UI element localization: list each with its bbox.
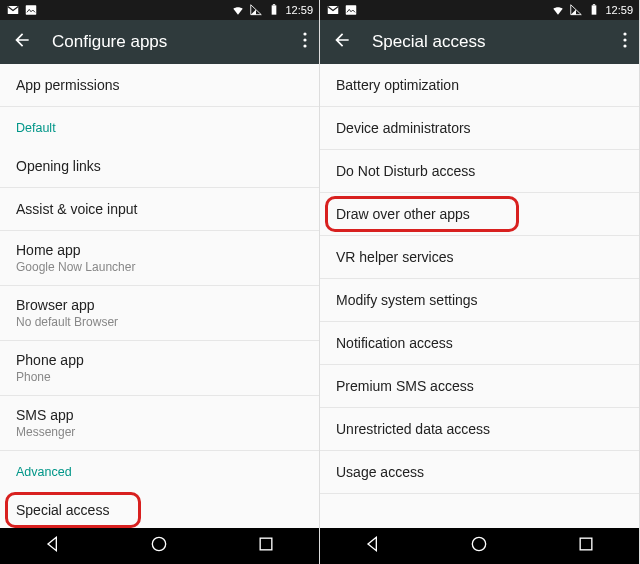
svg-point-5 bbox=[303, 38, 306, 41]
list-item-label: Modify system settings bbox=[336, 292, 623, 308]
svg-point-7 bbox=[153, 537, 166, 550]
status-bar: 12:59 bbox=[320, 0, 639, 20]
nav-recents-icon[interactable] bbox=[576, 534, 596, 558]
nav-home-icon[interactable] bbox=[469, 534, 489, 558]
signal-icon bbox=[249, 3, 263, 17]
list-item-label: Notification access bbox=[336, 335, 623, 351]
status-right: 12:59 bbox=[231, 3, 313, 17]
list-item-sub: No default Browser bbox=[16, 315, 303, 329]
svg-point-14 bbox=[623, 38, 626, 41]
battery-icon bbox=[267, 3, 281, 17]
app-bar: Special access bbox=[320, 20, 639, 64]
clock-text: 12:59 bbox=[285, 4, 313, 16]
wifi-icon bbox=[551, 3, 565, 17]
list-item-label: Opening links bbox=[16, 158, 303, 174]
list-item-label: Home app bbox=[16, 242, 303, 258]
list-item-label: Battery optimization bbox=[336, 77, 623, 93]
list-item-sub: Phone bbox=[16, 370, 303, 384]
list-item-draw-over-apps[interactable]: Draw over other apps bbox=[320, 193, 639, 236]
nav-home-icon[interactable] bbox=[149, 534, 169, 558]
list-item-label: App permissions bbox=[16, 77, 303, 93]
app-bar-title: Configure apps bbox=[52, 32, 167, 52]
list-item[interactable]: Battery optimization bbox=[320, 64, 639, 107]
battery-icon bbox=[587, 3, 601, 17]
nav-bar bbox=[0, 528, 319, 564]
svg-rect-8 bbox=[260, 538, 272, 550]
list-item-label: Do Not Disturb access bbox=[336, 163, 623, 179]
list-item[interactable]: Home appGoogle Now Launcher bbox=[0, 231, 319, 286]
list-item[interactable]: Opening links bbox=[0, 145, 319, 188]
nav-back-icon[interactable] bbox=[363, 534, 383, 558]
overflow-icon[interactable] bbox=[303, 32, 307, 52]
nav-recents-icon[interactable] bbox=[256, 534, 276, 558]
app-bar: Configure apps bbox=[0, 20, 319, 64]
status-left bbox=[6, 3, 38, 17]
nav-back-icon[interactable] bbox=[43, 534, 63, 558]
screen-configure-apps: 12:59 Configure apps App permissions Def… bbox=[0, 0, 320, 564]
nav-bar bbox=[320, 528, 639, 564]
list-item[interactable]: Browser appNo default Browser bbox=[0, 286, 319, 341]
list-item-label: VR helper services bbox=[336, 249, 623, 265]
image-icon bbox=[344, 3, 358, 17]
settings-list[interactable]: App permissions Default Opening links As… bbox=[0, 64, 319, 528]
list-item[interactable]: Device administrators bbox=[320, 107, 639, 150]
list-item-sub: Messenger bbox=[16, 425, 303, 439]
list-item[interactable]: Phone appPhone bbox=[0, 341, 319, 396]
image-icon bbox=[24, 3, 38, 17]
svg-point-16 bbox=[473, 537, 486, 550]
list-item-label: Unrestricted data access bbox=[336, 421, 623, 437]
signal-icon bbox=[569, 3, 583, 17]
svg-rect-10 bbox=[346, 5, 357, 14]
back-icon[interactable] bbox=[332, 30, 352, 54]
list-item[interactable]: Do Not Disturb access bbox=[320, 150, 639, 193]
list-item[interactable]: Assist & voice input bbox=[0, 188, 319, 231]
svg-rect-17 bbox=[580, 538, 592, 550]
list-item[interactable]: App permissions bbox=[0, 64, 319, 107]
svg-rect-3 bbox=[273, 4, 275, 5]
svg-point-6 bbox=[303, 44, 306, 47]
list-item-label: Browser app bbox=[16, 297, 303, 313]
list-item[interactable]: Unrestricted data access bbox=[320, 408, 639, 451]
gmail-icon bbox=[326, 3, 340, 17]
list-item-label: Device administrators bbox=[336, 120, 623, 136]
list-item-label: Assist & voice input bbox=[16, 201, 303, 217]
settings-list[interactable]: Battery optimization Device administrato… bbox=[320, 64, 639, 528]
svg-rect-2 bbox=[272, 5, 277, 14]
back-icon[interactable] bbox=[12, 30, 32, 54]
list-item-special-access[interactable]: Special access bbox=[0, 489, 319, 528]
svg-point-15 bbox=[623, 44, 626, 47]
svg-rect-12 bbox=[593, 4, 595, 5]
list-item[interactable]: Notification access bbox=[320, 322, 639, 365]
list-item[interactable]: SMS appMessenger bbox=[0, 396, 319, 451]
list-item-label: Usage access bbox=[336, 464, 623, 480]
list-item-label: Draw over other apps bbox=[336, 206, 623, 222]
wifi-icon bbox=[231, 3, 245, 17]
list-item[interactable]: Modify system settings bbox=[320, 279, 639, 322]
list-item-label: Premium SMS access bbox=[336, 378, 623, 394]
list-item[interactable]: Premium SMS access bbox=[320, 365, 639, 408]
gmail-icon bbox=[6, 3, 20, 17]
overflow-icon[interactable] bbox=[623, 32, 627, 52]
screen-special-access: 12:59 Special access Battery optimizatio… bbox=[320, 0, 640, 564]
list-item[interactable]: VR helper services bbox=[320, 236, 639, 279]
clock-text: 12:59 bbox=[605, 4, 633, 16]
status-right: 12:59 bbox=[551, 3, 633, 17]
status-bar: 12:59 bbox=[0, 0, 319, 20]
svg-rect-11 bbox=[592, 5, 597, 14]
section-header-advanced: Advanced bbox=[0, 451, 319, 489]
list-item-label: Special access bbox=[16, 502, 303, 518]
status-left bbox=[326, 3, 358, 17]
list-item[interactable]: Usage access bbox=[320, 451, 639, 494]
svg-rect-1 bbox=[26, 5, 37, 14]
svg-point-4 bbox=[303, 32, 306, 35]
svg-point-13 bbox=[623, 32, 626, 35]
section-header-default: Default bbox=[0, 107, 319, 145]
list-item-sub: Google Now Launcher bbox=[16, 260, 303, 274]
list-item-label: SMS app bbox=[16, 407, 303, 423]
list-item-label: Phone app bbox=[16, 352, 303, 368]
app-bar-title: Special access bbox=[372, 32, 485, 52]
